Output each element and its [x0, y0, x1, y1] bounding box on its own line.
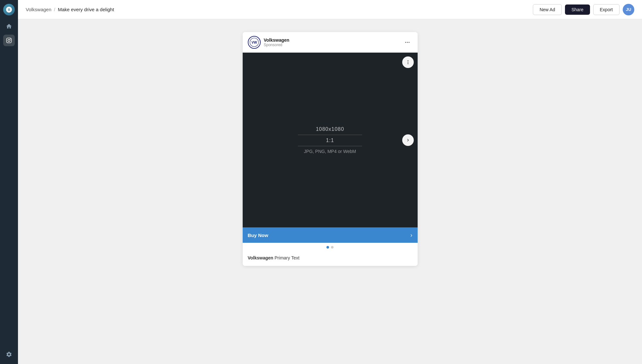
sidebar-item-home[interactable]: [3, 21, 15, 32]
new-ad-button[interactable]: New Ad: [533, 4, 562, 15]
export-button[interactable]: Export: [593, 4, 620, 15]
breadcrumb: Volkswagen / Make every drive a delight: [26, 7, 533, 12]
carousel-dots: [243, 243, 418, 252]
app-logo[interactable]: [3, 4, 15, 15]
svg-text:VW: VW: [251, 40, 257, 44]
vw-logo-icon: VW: [250, 38, 259, 47]
card-sponsored-label: Sponsored: [264, 43, 290, 47]
home-icon: [6, 23, 12, 30]
sidebar-bottom: [3, 349, 15, 360]
svg-point-6: [407, 62, 408, 63]
svg-point-5: [407, 60, 408, 61]
sidebar: [0, 0, 18, 364]
card-footer-text: Volkswagen Primary Text: [248, 255, 299, 260]
logo-icon: [5, 6, 13, 13]
media-next-button[interactable]: [402, 134, 414, 146]
footer-brand-name: Volkswagen: [248, 255, 273, 260]
cta-bar[interactable]: Buy Now ›: [243, 227, 418, 243]
sidebar-item-instagram[interactable]: [3, 35, 15, 46]
media-formats: JPG, PNG, MP4 or WebM: [304, 149, 356, 154]
settings-button[interactable]: [3, 349, 15, 360]
footer-primary-text: Primary Text: [273, 255, 299, 260]
breadcrumb-volkswagen-link[interactable]: Volkswagen: [26, 7, 51, 12]
svg-point-2: [405, 42, 406, 43]
media-info: 1080x1080 1:1 JPG, PNG, MP4 or WebM: [298, 126, 362, 154]
more-dots-icon: [404, 39, 410, 45]
card-header: VW Volkswagen Sponsored: [243, 32, 418, 53]
media-ratio: 1:1: [298, 138, 362, 146]
breadcrumb-current-page: Make every drive a delight: [58, 7, 114, 12]
cta-arrow-icon: ›: [411, 232, 412, 239]
card-footer: Volkswagen Primary Text: [243, 252, 418, 266]
breadcrumb-separator: /: [54, 7, 55, 12]
dot-2: [331, 246, 334, 249]
topbar-actions: New Ad Share Export JU: [533, 4, 634, 15]
main-area: Volkswagen / Make every drive a delight …: [18, 0, 642, 364]
share-button[interactable]: Share: [565, 4, 590, 15]
cta-label: Buy Now: [248, 233, 268, 238]
avatar[interactable]: JU: [623, 4, 634, 15]
svg-point-4: [408, 42, 409, 43]
media-dimension: 1080x1080: [298, 126, 362, 135]
dot-1: [326, 246, 329, 249]
ad-preview-card: VW Volkswagen Sponsored: [243, 32, 418, 266]
content-area: VW Volkswagen Sponsored: [18, 19, 642, 364]
svg-point-3: [407, 42, 408, 43]
card-more-button[interactable]: [402, 37, 412, 47]
card-media-area: 1080x1080 1:1 JPG, PNG, MP4 or WebM: [243, 53, 418, 227]
svg-point-7: [407, 63, 408, 64]
topbar: Volkswagen / Make every drive a delight …: [18, 0, 642, 19]
gear-icon: [6, 351, 12, 358]
media-more-button[interactable]: [402, 56, 414, 68]
card-header-text: Volkswagen Sponsored: [264, 38, 290, 47]
instagram-icon: [6, 37, 12, 44]
chevron-right-icon: [405, 138, 411, 143]
media-dots-vertical-icon: [405, 60, 411, 65]
card-brand-name: Volkswagen: [264, 38, 290, 43]
brand-logo: VW: [248, 36, 261, 49]
card-header-left: VW Volkswagen Sponsored: [248, 36, 290, 49]
